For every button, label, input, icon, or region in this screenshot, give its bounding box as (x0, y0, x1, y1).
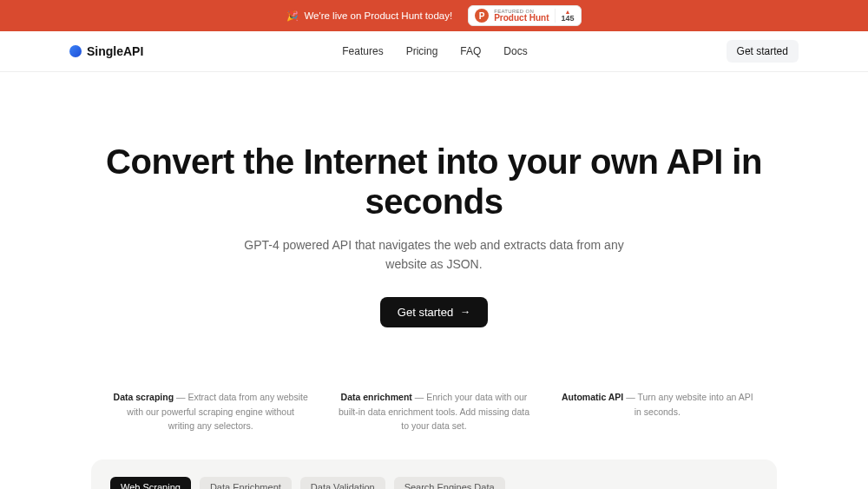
feature-title: Data scraping (114, 392, 174, 402)
hero-title: Convert the Internet into your own API i… (95, 142, 773, 221)
product-hunt-text: FEATURED ON Product Hunt (494, 9, 549, 23)
arrow-right-icon: → (460, 306, 470, 318)
hero-get-started-button[interactable]: Get started → (380, 297, 488, 327)
feature-body: Turn any website into an API in seconds. (635, 392, 753, 417)
nav-links: Features Pricing FAQ Docs (342, 45, 527, 57)
product-hunt-votes: ▲ 145 (555, 9, 575, 23)
features-row: Data scraping — Extract data from any we… (95, 390, 773, 433)
tab-search-engines[interactable]: Search Engines Data (394, 477, 505, 489)
nav-get-started-button[interactable]: Get started (727, 40, 799, 63)
nav-wrap: SingleAPI Features Pricing FAQ Docs Get … (0, 31, 868, 72)
tab-data-validation[interactable]: Data Validation (300, 477, 385, 489)
tab-web-scraping[interactable]: Web Scraping (110, 477, 191, 489)
announcement-text: 🎉 We're live on Product Hunt today! (286, 10, 452, 22)
product-hunt-name: Product Hunt (494, 14, 549, 23)
nav-faq[interactable]: FAQ (460, 45, 481, 57)
product-hunt-logo-icon: P (475, 9, 489, 23)
announcement-bar: 🎉 We're live on Product Hunt today! P FE… (0, 0, 868, 31)
feature-title: Automatic API (562, 392, 623, 402)
nav-pricing[interactable]: Pricing (406, 45, 438, 57)
product-hunt-badge[interactable]: P FEATURED ON Product Hunt ▲ 145 (468, 5, 581, 26)
feature-data-scraping: Data scraping — Extract data from any we… (113, 390, 308, 433)
brand-name: SingleAPI (87, 44, 143, 58)
code-panel: Web Scraping Data Enrichment Data Valida… (91, 459, 777, 489)
feature-title: Data enrichment (341, 392, 412, 402)
brand[interactable]: SingleAPI (69, 44, 143, 58)
nav-docs[interactable]: Docs (503, 45, 527, 57)
hero: Convert the Internet into your own API i… (78, 72, 790, 362)
navbar: SingleAPI Features Pricing FAQ Docs Get … (52, 31, 816, 71)
feature-data-enrichment: Data enrichment — Enrich your data with … (336, 390, 531, 433)
feature-automatic-api: Automatic API — Turn any website into an… (560, 390, 755, 433)
brand-logo-icon (69, 45, 82, 57)
tab-data-enrichment[interactable]: Data Enrichment (200, 477, 292, 489)
party-icon: 🎉 (286, 10, 299, 22)
nav-features[interactable]: Features (342, 45, 383, 57)
hero-subtitle: GPT-4 powered API that navigates the web… (234, 235, 634, 274)
vote-count: 145 (562, 15, 575, 23)
hero-cta-label: Get started (398, 306, 453, 319)
tabs: Web Scraping Data Enrichment Data Valida… (110, 477, 758, 489)
announcement-message: We're live on Product Hunt today! (304, 10, 452, 21)
